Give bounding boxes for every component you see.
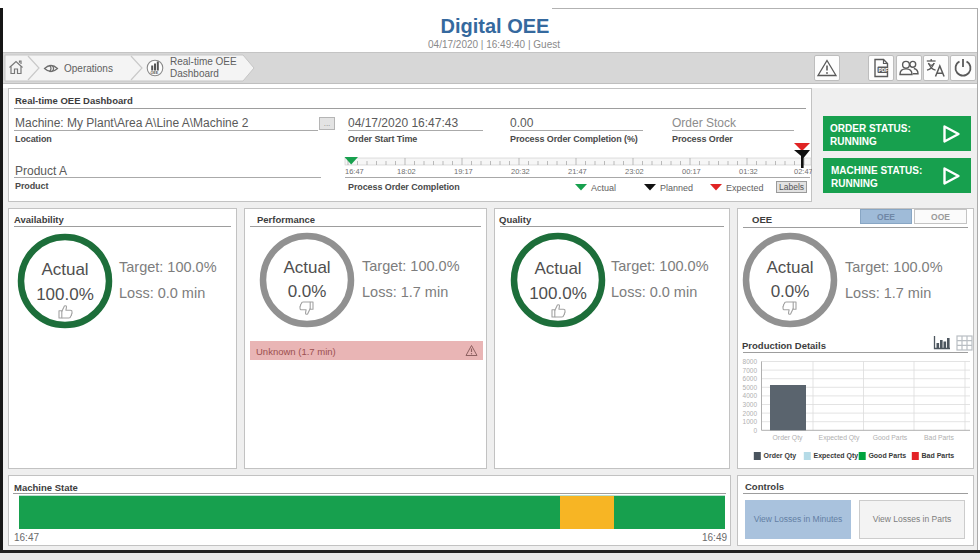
svg-text:4000: 4000	[743, 392, 758, 399]
svg-text:16:47: 16:47	[345, 167, 364, 176]
svg-text:Bad Parts: Bad Parts	[924, 434, 954, 441]
svg-text:01:32: 01:32	[739, 167, 758, 176]
svg-text:Operations: Operations	[64, 63, 113, 74]
svg-text:02:47: 02:47	[794, 167, 812, 176]
svg-text:8000: 8000	[743, 358, 758, 365]
svg-text:Real-time OEE: Real-time OEE	[170, 56, 237, 67]
svg-text:Bad Parts: Bad Parts	[922, 452, 955, 459]
svg-text:OEE: OEE	[151, 71, 159, 75]
svg-text:Expected Qty: Expected Qty	[814, 452, 859, 460]
svg-text:3000: 3000	[743, 401, 758, 408]
svg-text:Planned: Planned	[660, 183, 693, 193]
svg-text:Order Qty: Order Qty	[764, 452, 797, 460]
svg-text:6000: 6000	[743, 375, 758, 382]
svg-text:2000: 2000	[743, 410, 758, 417]
svg-text:Expected: Expected	[726, 183, 764, 193]
svg-text:00:17: 00:17	[682, 167, 701, 176]
svg-text:20:32: 20:32	[511, 167, 530, 176]
svg-text:18:02: 18:02	[397, 167, 416, 176]
svg-text:21:47: 21:47	[568, 167, 587, 176]
svg-text:PDF: PDF	[879, 68, 889, 73]
svg-text:Good Parts: Good Parts	[868, 452, 906, 459]
svg-text:Dashboard: Dashboard	[170, 68, 219, 79]
svg-text:5000: 5000	[743, 384, 758, 391]
svg-text:Good Parts: Good Parts	[873, 434, 908, 441]
svg-text:1000: 1000	[743, 418, 758, 425]
svg-text:Actual: Actual	[591, 183, 616, 193]
svg-text:0: 0	[753, 427, 757, 434]
svg-text:23:02: 23:02	[625, 167, 644, 176]
svg-text:Order Qty: Order Qty	[773, 434, 803, 442]
svg-text:7000: 7000	[743, 367, 758, 374]
svg-text:Expected Qty: Expected Qty	[819, 434, 860, 442]
svg-text:19:17: 19:17	[454, 167, 473, 176]
